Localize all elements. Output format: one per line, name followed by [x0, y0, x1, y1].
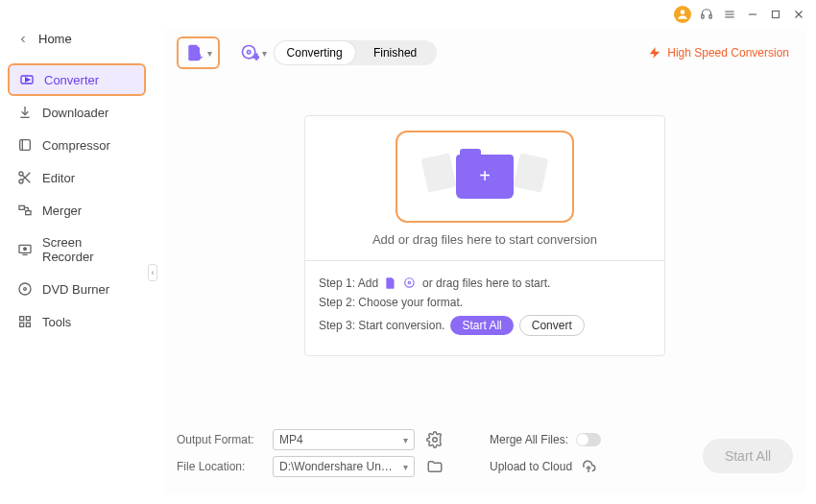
sidebar-item-editor[interactable]: Editor: [0, 161, 154, 194]
folder-plus-icon: +: [456, 155, 514, 199]
main-area: + ▾ + ▾ Converting Finished High Speed C…: [163, 29, 806, 494]
file-location-label: File Location:: [177, 460, 261, 473]
svg-rect-20: [26, 211, 31, 215]
sidebar-item-compressor[interactable]: Compressor: [0, 129, 154, 161]
sidebar-item-label: Merger: [42, 204, 82, 218]
ghost-file-icon: [514, 153, 549, 192]
open-folder-icon[interactable]: [426, 458, 444, 475]
chevron-down-icon: ▾: [207, 48, 212, 59]
svg-point-24: [24, 248, 27, 251]
svg-rect-31: [26, 323, 30, 326]
upload-cloud-label: Upload to Cloud: [490, 460, 572, 473]
output-format-select[interactable]: MP4 ▾: [273, 429, 415, 450]
sidebar-item-screen-recorder[interactable]: Screen Recorder: [0, 227, 154, 273]
step1-prefix: Step 1: Add: [319, 276, 378, 290]
start-all-button[interactable]: Start All: [703, 439, 793, 473]
file-location-value: D:\Wondershare UniConverter 1: [279, 460, 393, 473]
sidebar-item-tools[interactable]: Tools: [0, 305, 154, 338]
svg-point-15: [19, 172, 23, 176]
download-icon: [17, 105, 33, 120]
merge-all-toggle[interactable]: [576, 433, 601, 446]
step1-suffix: or drag files here to start.: [422, 276, 550, 290]
sidebar-item-label: Screen Recorder: [42, 235, 136, 264]
svg-marker-36: [650, 47, 660, 59]
window-maximize-button[interactable]: [768, 7, 783, 22]
support-headset-icon[interactable]: [699, 7, 714, 22]
hsc-label: High Speed Conversion: [667, 46, 789, 60]
converter-icon: [19, 72, 35, 87]
merger-icon: [17, 203, 33, 218]
window-titlebar: [674, 0, 816, 29]
user-avatar-icon[interactable]: [674, 6, 691, 23]
svg-rect-13: [20, 140, 31, 151]
add-file-button[interactable]: + ▾: [177, 36, 220, 69]
step-start-all-button[interactable]: Start All: [450, 316, 513, 335]
drop-panel: + Add or drag files here to start conver…: [304, 115, 665, 356]
drop-art: +: [396, 131, 574, 223]
sidebar: Home Converter Downloader Compressor Edi…: [0, 0, 154, 504]
svg-point-27: [24, 288, 27, 291]
step-convert-button[interactable]: Convert: [519, 315, 585, 336]
chevron-down-icon: ▾: [403, 435, 408, 445]
screen-recorder-icon: [17, 242, 33, 257]
lightning-icon: [648, 46, 661, 60]
svg-rect-1: [702, 15, 704, 18]
sidebar-home-label: Home: [38, 32, 72, 46]
svg-text:+: +: [198, 52, 204, 62]
output-format-value: MP4: [279, 433, 303, 446]
add-dvd-icon: [403, 276, 417, 290]
dvd-icon: [17, 281, 33, 297]
add-dvd-button[interactable]: + ▾: [233, 38, 273, 67]
chevron-down-icon: ▾: [403, 462, 408, 472]
svg-point-16: [19, 180, 23, 183]
svg-point-26: [19, 283, 31, 295]
window-close-button[interactable]: [791, 7, 806, 22]
step2-text: Step 2: Choose your format.: [319, 296, 463, 309]
chevron-down-icon: ▾: [262, 48, 267, 59]
tab-finished[interactable]: Finished: [355, 41, 436, 64]
drop-zone[interactable]: + Add or drag files here to start conver…: [305, 116, 664, 260]
toolbar: + ▾ + ▾ Converting Finished High Speed C…: [163, 29, 806, 77]
window-minimize-button[interactable]: [745, 7, 760, 22]
sidebar-item-dvd-burner[interactable]: DVD Burner: [0, 273, 154, 305]
cloud-upload-icon[interactable]: [580, 458, 597, 475]
hamburger-menu-icon[interactable]: [722, 7, 737, 22]
svg-text:+: +: [253, 52, 259, 62]
sidebar-item-label: Compressor: [42, 138, 110, 153]
svg-rect-7: [773, 12, 780, 18]
merge-all-label: Merge All Files:: [490, 433, 568, 446]
svg-rect-28: [20, 317, 24, 321]
sidebar-item-downloader[interactable]: Downloader: [0, 96, 154, 129]
sidebar-item-label: DVD Burner: [42, 282, 109, 297]
svg-point-37: [405, 278, 414, 287]
sidebar-collapse-handle[interactable]: ‹: [148, 264, 157, 281]
svg-rect-19: [19, 205, 24, 209]
status-tabs: Converting Finished: [274, 40, 437, 65]
compressor-icon: [17, 137, 33, 153]
svg-point-34: [248, 51, 251, 54]
svg-rect-29: [26, 317, 30, 321]
high-speed-conversion-button[interactable]: High Speed Conversion: [648, 46, 793, 60]
add-file-icon: +: [184, 42, 205, 63]
sidebar-item-label: Editor: [42, 171, 75, 185]
svg-rect-30: [20, 323, 24, 326]
ghost-file-icon: [421, 153, 457, 192]
file-location-select[interactable]: D:\Wondershare UniConverter 1 ▾: [273, 456, 415, 477]
sidebar-home[interactable]: Home: [0, 24, 154, 54]
svg-point-38: [408, 281, 410, 283]
add-dvd-icon: +: [239, 42, 260, 63]
svg-point-39: [433, 438, 438, 443]
sidebar-item-converter[interactable]: Converter: [8, 63, 146, 96]
step3-text: Step 3: Start conversion.: [319, 319, 444, 332]
sidebar-item-label: Converter: [44, 73, 99, 87]
editor-scissors-icon: [17, 170, 33, 185]
tools-grid-icon: [17, 314, 33, 329]
steps: Step 1: Add or drag files here to start.…: [305, 260, 664, 355]
output-format-label: Output Format:: [177, 433, 261, 446]
add-file-icon: [384, 276, 397, 290]
svg-point-0: [681, 10, 685, 14]
tab-converting[interactable]: Converting: [275, 41, 355, 64]
sidebar-item-label: Tools: [42, 315, 71, 329]
sidebar-item-merger[interactable]: Merger: [0, 194, 154, 227]
settings-gear-icon[interactable]: [426, 431, 444, 448]
